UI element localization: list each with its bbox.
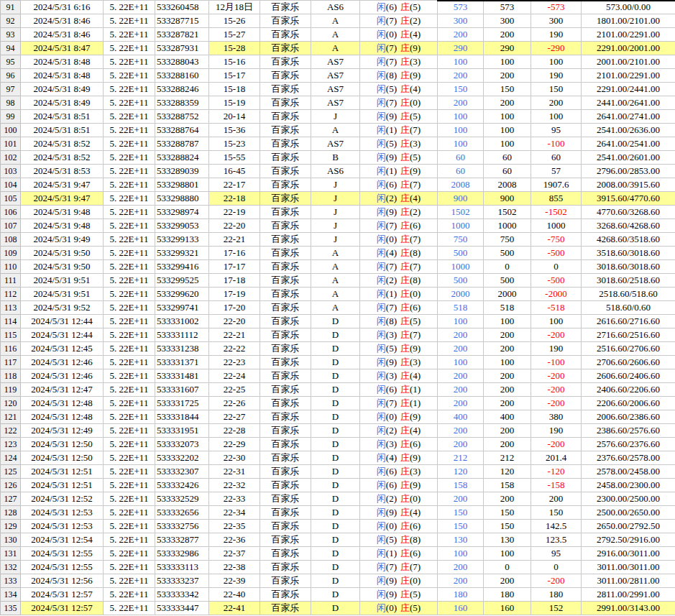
cell-result[interactable]: 闲(0)庄(4) [360, 28, 438, 42]
cell-scientific[interactable]: 5. 22E+11 [104, 397, 155, 410]
cell-winloss[interactable]: 150 [531, 83, 582, 96]
cell-datetime[interactable]: 2024/5/31 12:44 [21, 328, 104, 342]
cell-table-code[interactable]: D [311, 520, 360, 533]
cell-bet[interactable]: 100 [484, 110, 531, 124]
cell-datetime[interactable]: 2024/5/31 8:48 [21, 55, 104, 69]
row-number[interactable]: 125 [1, 465, 21, 479]
cell-result[interactable]: 闲(6)庄(9) [360, 479, 438, 492]
row-number[interactable]: 129 [1, 520, 21, 533]
cell-game[interactable]: 百家乐 [260, 178, 311, 192]
cell-id[interactable]: 533288160 [155, 69, 209, 83]
cell-result[interactable]: 闲(2)庄(4) [360, 424, 438, 438]
cell-balance[interactable]: 2576.60/2376.60 [582, 438, 675, 451]
cell-id[interactable]: 533332986 [155, 547, 209, 561]
cell-scientific[interactable]: 5. 22E+11 [104, 602, 155, 615]
cell-bet[interactable]: 200 [484, 397, 531, 410]
cell-id[interactable]: 533332529 [155, 492, 209, 506]
cell-amount[interactable]: 400 [438, 410, 484, 424]
cell-id[interactable]: 533299133 [155, 233, 209, 247]
cell-amount[interactable]: 100 [438, 124, 484, 137]
cell-balance[interactable]: 3011.00/3011.00 [582, 561, 675, 574]
cell-amount[interactable]: 160 [438, 602, 484, 615]
cell-table-code[interactable]: A [311, 301, 360, 315]
cell-winloss[interactable]: -2000 [531, 288, 582, 301]
cell-bet[interactable]: 573 [484, 1, 531, 14]
cell-bet[interactable]: 500 [484, 274, 531, 288]
cell-balance[interactable]: 2516.60/2706.60 [582, 342, 675, 356]
cell-scientific[interactable]: 5. 22E+11 [104, 69, 155, 83]
cell-scientific[interactable]: 5. 22E+11 [104, 588, 155, 602]
cell-bet[interactable]: 100 [484, 315, 531, 328]
cell-winloss[interactable]: -100 [531, 356, 582, 369]
cell-balance[interactable]: 2606.60/2406.60 [582, 369, 675, 383]
cell-winloss[interactable]: 380 [531, 410, 582, 424]
cell-game[interactable]: 百家乐 [260, 165, 311, 178]
cell-balance[interactable]: 2101.00/2291.00 [582, 69, 675, 83]
cell-round[interactable]: 22-41 [209, 602, 260, 615]
row-number[interactable]: 118 [1, 369, 21, 383]
cell-game[interactable]: 百家乐 [260, 383, 311, 397]
cell-game[interactable]: 百家乐 [260, 397, 311, 410]
cell-game[interactable]: 百家乐 [260, 219, 311, 233]
cell-table-code[interactable]: A [311, 274, 360, 288]
cell-winloss[interactable]: 190 [531, 342, 582, 356]
cell-scientific[interactable]: 5. 22E+11 [104, 520, 155, 533]
cell-balance[interactable]: 573.00/0.00 [582, 1, 675, 14]
cell-amount[interactable]: 2008 [438, 178, 484, 192]
cell-bet[interactable]: 60 [484, 165, 531, 178]
cell-scientific[interactable]: 5. 22E+11 [104, 533, 155, 547]
cell-round[interactable]: 22-38 [209, 561, 260, 574]
cell-result[interactable]: 闲(5)庄(8) [360, 533, 438, 547]
row-number[interactable]: 107 [1, 219, 21, 233]
cell-datetime[interactable]: 2024/5/31 12:55 [21, 561, 104, 574]
cell-winloss[interactable]: 1907.6 [531, 178, 582, 192]
cell-winloss[interactable]: 200 [531, 492, 582, 506]
row-number[interactable]: 123 [1, 438, 21, 451]
cell-result[interactable]: 闲(7)庄(1) [360, 397, 438, 410]
cell-table-code[interactable]: D [311, 547, 360, 561]
cell-round[interactable]: 22-27 [209, 410, 260, 424]
cell-scientific[interactable]: 5. 22E+11 [104, 574, 155, 588]
cell-winloss[interactable]: 200 [531, 96, 582, 110]
cell-scientific[interactable]: 5. 22E+11 [104, 219, 155, 233]
cell-balance[interactable]: 2796.00/2853.00 [582, 165, 675, 178]
cell-round[interactable]: 22-20 [209, 315, 260, 328]
cell-balance[interactable]: 2291.00/2441.00 [582, 83, 675, 96]
cell-balance[interactable]: 2206.60/2006.60 [582, 397, 675, 410]
cell-datetime[interactable]: 2024/5/31 9:51 [21, 274, 104, 288]
cell-id[interactable]: 533287715 [155, 14, 209, 28]
cell-round[interactable]: 22-19 [209, 206, 260, 219]
cell-scientific[interactable]: 5. 22E+11 [104, 451, 155, 465]
cell-round[interactable]: 15-23 [209, 137, 260, 151]
cell-scientific[interactable]: 5. 22E+11 [104, 383, 155, 397]
cell-datetime[interactable]: 2024/5/31 8:49 [21, 83, 104, 96]
cell-result[interactable]: 闲(9)庄(5) [360, 110, 438, 124]
cell-id[interactable]: 533288246 [155, 83, 209, 96]
cell-winloss[interactable]: -573 [531, 1, 582, 14]
cell-table-code[interactable]: D [311, 438, 360, 451]
cell-amount[interactable]: 130 [438, 533, 484, 547]
cell-datetime[interactable]: 2024/5/31 12:49 [21, 424, 104, 438]
cell-table-code[interactable]: J [311, 219, 360, 233]
row-number[interactable]: 105 [1, 192, 21, 206]
cell-scientific[interactable]: 5. 22E+11 [104, 506, 155, 520]
cell-result[interactable]: 闲(1)庄(0) [360, 288, 438, 301]
cell-game[interactable]: 百家乐 [260, 410, 311, 424]
cell-scientific[interactable]: 5. 22E+11 [104, 178, 155, 192]
cell-id[interactable]: 533299525 [155, 274, 209, 288]
cell-datetime[interactable]: 2024/5/31 8:51 [21, 110, 104, 124]
cell-scientific[interactable]: 5. 22E+11 [104, 492, 155, 506]
row-number[interactable]: 91 [1, 1, 21, 14]
row-number[interactable]: 131 [1, 547, 21, 561]
cell-datetime[interactable]: 2024/5/31 6:16 [21, 1, 104, 14]
cell-winloss[interactable]: -200 [531, 397, 582, 410]
cell-amount[interactable]: 120 [438, 465, 484, 479]
cell-amount[interactable]: 200 [438, 424, 484, 438]
cell-table-code[interactable]: D [311, 356, 360, 369]
cell-bet[interactable]: 2008 [484, 178, 531, 192]
cell-amount[interactable]: 200 [438, 438, 484, 451]
cell-round[interactable]: 12月18日 [209, 1, 260, 14]
cell-round[interactable]: 15-16 [209, 55, 260, 69]
cell-result[interactable]: 闲(5)庄(4) [360, 83, 438, 96]
cell-amount[interactable]: 150 [438, 520, 484, 533]
